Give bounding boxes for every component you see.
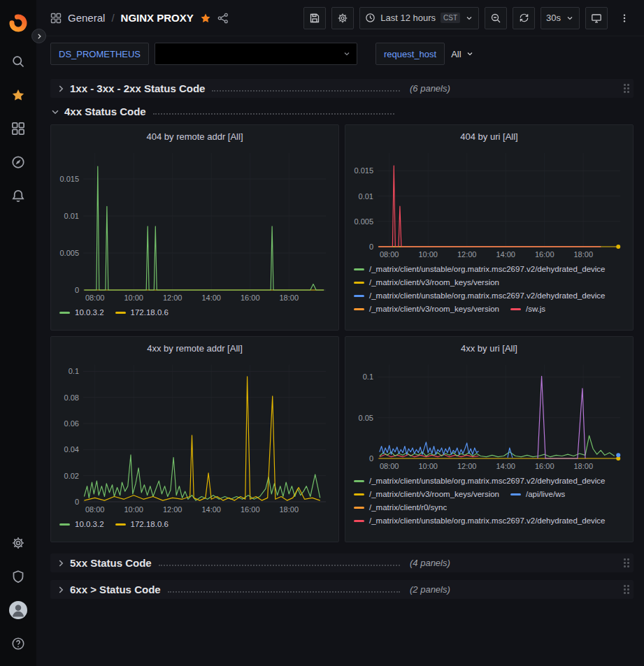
legend-item[interactable]: /_matrix/client/v3/room_keys/version: [354, 490, 499, 498]
legend-label: /_matrix/client/unstable/org.matrix.msc2…: [369, 265, 606, 273]
legend-label: /_matrix/client/unstable/org.matrix.msc2…: [369, 291, 606, 300]
gear-icon: [337, 13, 348, 24]
sidebar-item-search[interactable]: [4, 48, 32, 75]
legend-item[interactable]: /_matrix/client/r0/sync: [354, 503, 447, 512]
refresh-interval-picker[interactable]: 30s: [541, 7, 580, 29]
dashboard-settings-button[interactable]: [331, 7, 354, 29]
sidebar-item-starred[interactable]: [4, 81, 32, 109]
sidebar-item-dashboards[interactable]: [4, 115, 32, 143]
zoom-out-time-button[interactable]: [485, 7, 507, 29]
more-options-button[interactable]: [613, 7, 636, 29]
tv-cycle-view-button[interactable]: [585, 7, 608, 29]
panel-body: 08:0010:0012:0014:0016:0018:0000.050.1 /…: [345, 359, 633, 542]
sidebar-item-profile[interactable]: [4, 596, 32, 624]
row-panel-count: (6 panels): [410, 83, 450, 94]
svg-text:0.01: 0.01: [359, 192, 373, 201]
chart-legend: /_matrix/client/unstable/org.matrix.msc2…: [351, 259, 627, 316]
legend-swatch: [59, 312, 70, 314]
panel-4xx-by-remote-addr: 4xx by remote addr [All] 08:0010:0012:00…: [50, 336, 339, 542]
compass-icon: [11, 155, 25, 169]
time-series-chart[interactable]: 08:0010:0012:0014:0016:0018:0000.0050.01…: [57, 147, 333, 303]
row-dotted-filler: [153, 113, 394, 115]
legend-label: 10.0.3.2: [75, 520, 104, 528]
legend-item[interactable]: 172.18.0.6: [115, 520, 169, 528]
panel-title[interactable]: 404 by uri [All]: [345, 125, 633, 147]
legend-swatch: [115, 312, 126, 314]
time-range-picker[interactable]: Last 12 hours CST: [359, 7, 479, 29]
svg-text:18:00: 18:00: [573, 250, 593, 259]
legend-label: /_matrix/client/v3/room_keys/version: [369, 490, 499, 498]
grafana-logo[interactable]: [4, 8, 32, 36]
panel-title[interactable]: 4xx by uri [All]: [345, 337, 633, 359]
svg-text:0.04: 0.04: [64, 445, 79, 454]
legend-item[interactable]: 10.0.3.2: [59, 308, 104, 317]
legend-item[interactable]: /_matrix/client/unstable/org.matrix.msc2…: [354, 291, 606, 300]
time-series-chart[interactable]: 08:0010:0012:0014:0016:0018:0000.0050.01…: [351, 147, 627, 259]
row-1xx-3xx-2xx[interactable]: 1xx - 3xx - 2xx Status Code (6 panels): [50, 79, 634, 98]
clock-icon: [365, 13, 375, 23]
save-dashboard-button[interactable]: [303, 7, 326, 29]
datasource-variable-label[interactable]: DS_PROMETHEUS: [50, 43, 149, 65]
svg-text:12:00: 12:00: [457, 250, 477, 259]
legend-item[interactable]: /_matrix/client/v3/room_keys/version: [354, 278, 499, 287]
time-series-chart[interactable]: 08:0010:0012:0014:0016:0018:0000.020.040…: [57, 359, 333, 514]
legend-item[interactable]: 172.18.0.6: [115, 308, 169, 317]
svg-text:14:00: 14:00: [496, 250, 515, 259]
row-4xx[interactable]: 4xx Status Code: [50, 106, 634, 117]
svg-text:10:00: 10:00: [124, 294, 143, 302]
legend-item[interactable]: 10.0.3.2: [59, 520, 104, 528]
row-drag-handle[interactable]: [624, 558, 629, 568]
datasource-variable-select[interactable]: [155, 43, 357, 65]
row-6xx[interactable]: 6xx > Status Code (2 panels): [50, 580, 634, 599]
legend-swatch: [354, 308, 364, 310]
legend-item[interactable]: /sw.js: [510, 305, 545, 313]
legend-item[interactable]: /api/live/ws: [510, 490, 565, 498]
panel-title[interactable]: 4xx by remote addr [All]: [51, 337, 338, 359]
panel-body: 08:0010:0012:0014:0016:0018:0000.020.040…: [51, 359, 338, 542]
chevron-right-icon: [56, 558, 66, 568]
svg-text:14:00: 14:00: [496, 462, 515, 470]
row-drag-handle[interactable]: [624, 585, 629, 595]
legend-item[interactable]: /_matrix/client/v3/room_keys/version: [354, 305, 499, 313]
sidebar-item-alerting[interactable]: [4, 182, 32, 210]
legend-item[interactable]: /_matrix/client/unstable/org.matrix.msc2…: [354, 265, 606, 273]
dashboard-grid: 1xx - 3xx - 2xx Status Code (6 panels) 4…: [36, 71, 644, 599]
sidebar: [0, 0, 36, 666]
kebab-menu-icon: [620, 13, 629, 24]
svg-text:0.1: 0.1: [69, 367, 79, 375]
sidebar-item-server-admin[interactable]: [4, 563, 32, 591]
legend-item[interactable]: /_matrix/client/unstable/org.matrix.msc2…: [354, 477, 606, 485]
menu-expand-button[interactable]: [31, 29, 46, 43]
svg-text:12:00: 12:00: [457, 462, 477, 470]
timezone-badge: CST: [441, 13, 460, 23]
legend-label: /api/live/ws: [526, 490, 565, 498]
request-host-label[interactable]: request_host: [375, 43, 445, 65]
sidebar-item-configuration[interactable]: [4, 529, 32, 557]
panel-title[interactable]: 404 by remote addr [All]: [51, 125, 338, 147]
refresh-button[interactable]: [513, 7, 535, 29]
row-drag-handle[interactable]: [624, 84, 629, 94]
row-5xx[interactable]: 5xx Status Code (4 panels): [50, 553, 634, 572]
time-series-chart[interactable]: 08:0010:0012:0014:0016:0018:0000.050.1: [351, 359, 627, 471]
chevron-down-icon: [466, 50, 474, 58]
sidebar-item-help[interactable]: [4, 630, 32, 658]
panel-4xx-by-uri: 4xx by uri [All] 08:0010:0012:0014:0016:…: [345, 336, 634, 542]
breadcrumb-folder[interactable]: General: [68, 12, 105, 24]
grafana-logo-icon: [8, 12, 29, 33]
legend-swatch: [354, 295, 364, 297]
svg-text:18:00: 18:00: [279, 505, 299, 514]
zoom-out-icon: [490, 13, 501, 24]
row-lead: 4xx Status Code: [50, 106, 394, 117]
monitor-icon: [591, 13, 602, 24]
legend-item[interactable]: /_matrix/client/unstable/org.matrix.msc2…: [354, 516, 606, 525]
sidebar-item-explore[interactable]: [4, 148, 32, 176]
chevron-down-icon: [465, 14, 473, 22]
request-host-value-select[interactable]: All: [445, 43, 480, 65]
share-dashboard-button[interactable]: [217, 13, 229, 24]
request-host-variable: request_host All: [375, 43, 480, 65]
svg-text:18:00: 18:00: [279, 294, 299, 302]
dashboard-title[interactable]: NGINX PROXY: [121, 12, 194, 24]
favorite-star-button[interactable]: [200, 13, 211, 24]
legend-swatch: [115, 523, 126, 526]
legend-label: /_matrix/client/v3/room_keys/version: [369, 278, 499, 287]
